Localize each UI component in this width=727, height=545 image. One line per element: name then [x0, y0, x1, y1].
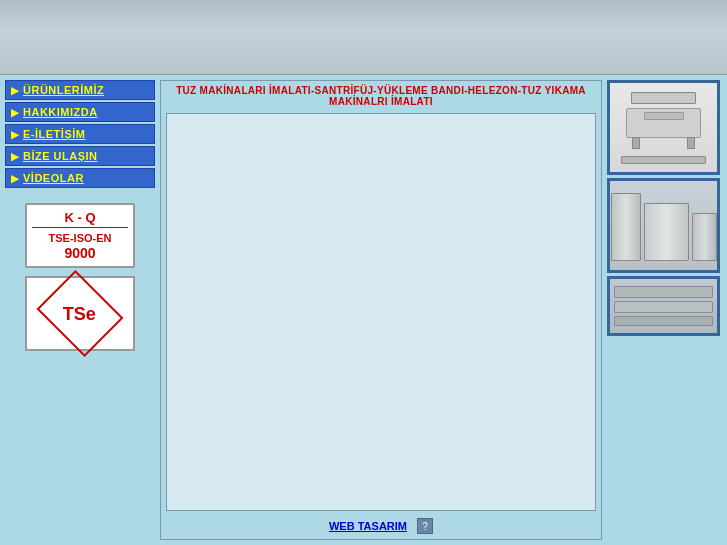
nav-arrow-icon: ▶	[11, 129, 19, 140]
cert-container: K - Q TSE-ISO-EN 9000 TSe	[5, 203, 155, 351]
nav-label-e-iletisim: E-İLETİŞİM	[23, 128, 85, 140]
machine-image-1[interactable]	[607, 80, 720, 175]
machine-image-2-placeholder	[610, 181, 717, 270]
left-sidebar: ▶ ÜRÜNLERİMİZ ▶ HAKKIMIZDA ▶ E-İLETİŞİM …	[5, 80, 155, 540]
tse-diamond-shape: TSe	[37, 270, 124, 357]
nav-arrow-icon: ▶	[11, 85, 19, 96]
tse-text-wrapper: TSe	[63, 304, 96, 322]
top-banner	[0, 0, 727, 75]
machine-image-3[interactable]	[607, 276, 720, 336]
nav-arrow-icon: ▶	[11, 107, 19, 118]
machine-image-3-placeholder	[610, 279, 717, 333]
kq-cert-badge: K - Q TSE-ISO-EN 9000	[25, 203, 135, 268]
main-content: ▶ ÜRÜNLERİMİZ ▶ HAKKIMIZDA ▶ E-İLETİŞİM …	[0, 75, 727, 545]
page-subtitle: TUZ MAKİNALARI İMALATI-SANTRİFÜJ-YÜKLEME…	[161, 81, 601, 111]
nav-label-videolar: VİDEOLAR	[23, 172, 84, 184]
machine-image-2[interactable]	[607, 178, 720, 273]
nav-menu: ▶ ÜRÜNLERİMİZ ▶ HAKKIMIZDA ▶ E-İLETİŞİM …	[5, 80, 155, 190]
nav-label-urunlerimiz: ÜRÜNLERİMİZ	[23, 84, 104, 96]
middle-footer: WEB TASARIM ?	[161, 513, 601, 539]
content-frame	[166, 113, 596, 511]
kq-bottom-text: 9000	[64, 245, 95, 261]
tse-cert-badge: TSe	[25, 276, 135, 351]
nav-arrow-icon: ▶	[11, 151, 19, 162]
nav-label-bize-ulasin: BİZE ULAŞIN	[23, 150, 98, 162]
machine-image-1-placeholder	[610, 83, 717, 172]
nav-arrow-icon: ▶	[11, 173, 19, 184]
tse-badge-text: TSe	[63, 304, 96, 322]
question-icon[interactable]: ?	[417, 518, 433, 534]
nav-item-e-iletisim[interactable]: ▶ E-İLETİŞİM	[5, 124, 155, 144]
middle-content-area: TUZ MAKİNALARI İMALATI-SANTRİFÜJ-YÜKLEME…	[160, 80, 602, 540]
nav-item-hakkimizda[interactable]: ▶ HAKKIMIZDA	[5, 102, 155, 122]
kq-top-text: K - Q	[32, 210, 127, 228]
right-sidebar	[607, 80, 722, 540]
web-tasarim-link[interactable]: WEB TASARIM	[329, 520, 407, 532]
nav-item-bize-ulasin[interactable]: ▶ BİZE ULAŞIN	[5, 146, 155, 166]
nav-item-urunlerimiz[interactable]: ▶ ÜRÜNLERİMİZ	[5, 80, 155, 100]
nav-item-videolar[interactable]: ▶ VİDEOLAR	[5, 168, 155, 188]
kq-middle-text: TSE-ISO-EN	[49, 231, 112, 245]
nav-label-hakkimizda: HAKKIMIZDA	[23, 106, 98, 118]
